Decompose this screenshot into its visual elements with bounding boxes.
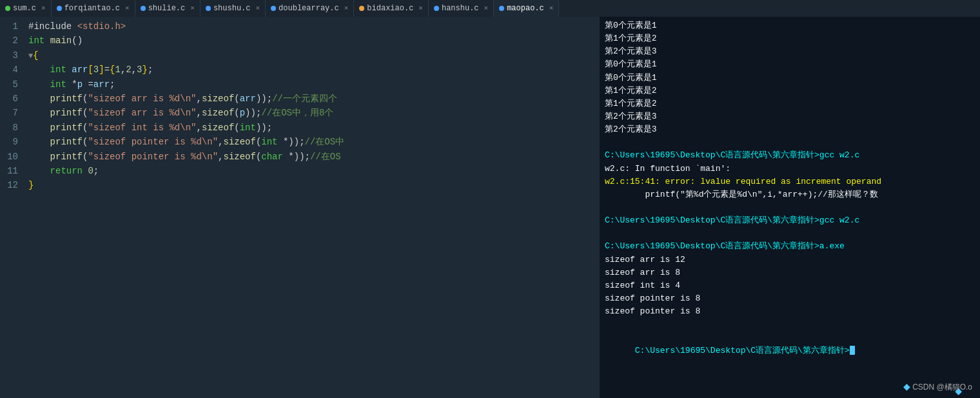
term-line-14: printf("第%d个元素是%d\n",i,*arr++);//那这样呢？数 (605, 188, 975, 201)
line-num-2: 2 (0, 34, 18, 48)
main-area: 1 2 3 4 5 6 7 8 9 10 11 12 #include <std… (0, 17, 980, 398)
code-line-9: printf("sizeof pointer is %d\n",sizeof(i… (28, 135, 600, 149)
term-line-15 (605, 201, 975, 214)
tab-close-forqiantao[interactable]: × (125, 5, 130, 12)
code-line-8: printf("sizeof int is %d\n",sizeof(int))… (28, 121, 600, 135)
term-line-3: 第2个元素是3 (605, 45, 975, 58)
terminal-cursor (850, 346, 855, 355)
term-line-2: 第1个元素是2 (605, 32, 975, 45)
term-line-25: C:\Users\19695\Desktop\C语言源代码\第六章指针> (605, 331, 975, 370)
watermark-icon: ◆ (903, 381, 910, 392)
term-line-13: w2.c:15:41: error: lvalue required as in… (605, 175, 975, 188)
line-num-6: 6 (0, 92, 18, 106)
term-line-11: C:\Users\19695\Desktop\C语言源代码\第六章指针>gcc … (605, 149, 975, 162)
tab-label-bidaxiao: bidaxiao.c (367, 4, 413, 13)
line-num-8: 8 (0, 121, 18, 135)
line-num-10: 10 (0, 150, 18, 164)
tab-close-shulie[interactable]: × (190, 5, 195, 12)
tab-close-shushu[interactable]: × (255, 5, 260, 12)
tab-dot-sum (5, 6, 10, 11)
code-line-2: int main() (28, 34, 600, 48)
term-prompt: C:\Users\19695\Desktop\C语言源代码\第六章指针> (635, 346, 850, 355)
code-line-3: ▼{ (28, 48, 600, 63)
line-num-4: 4 (0, 63, 18, 77)
tab-maopao[interactable]: maopao.c × (494, 0, 559, 17)
term-line-20: sizeof arr is 8 (605, 266, 975, 279)
tab-dot-shushu (206, 6, 211, 11)
tab-dot-shulie (141, 6, 146, 11)
term-line-12: w2.c: In function `main': (605, 163, 975, 175)
tab-doublearray[interactable]: doublearray.c × (266, 0, 354, 17)
tab-label-maopao: maopao.c (507, 4, 544, 13)
tab-dot-maopao (499, 6, 504, 11)
code-line-10: printf("sizeof pointer is %d\n",sizeof(c… (28, 150, 600, 164)
term-line-19: sizeof arr is 12 (605, 254, 975, 266)
tab-label-forqiantao: forqiantao.c (64, 4, 120, 13)
term-line-24 (605, 318, 975, 331)
line-num-5: 5 (0, 77, 18, 92)
watermark: ◆ CSDN @橘猫O.o (903, 381, 972, 393)
code-line-11: return 0; (28, 164, 600, 178)
tab-close-doublearray[interactable]: × (344, 5, 349, 12)
line-num-3: 3 (0, 48, 18, 63)
term-line-22: sizeof pointer is 8 (605, 292, 975, 305)
tab-close-sum[interactable]: × (41, 5, 46, 12)
line-num-1: 1 (0, 19, 18, 34)
tab-dot-doublearray (271, 6, 276, 11)
term-line-6: 第1个元素是2 (605, 85, 975, 97)
code-line-6: printf("sizeof arr is %d\n",sizeof(arr))… (28, 92, 600, 106)
tab-shulie[interactable]: shulie.c × (135, 0, 201, 17)
tab-dot-hanshu (434, 6, 439, 11)
term-line-7: 第1个元素是2 (605, 97, 975, 110)
tab-bidaxiao[interactable]: bidaxiao.c × (354, 0, 429, 17)
tab-label-doublearray: doublearray.c (279, 4, 339, 13)
tab-close-hanshu[interactable]: × (484, 5, 489, 12)
tab-hanshu[interactable]: hanshu.c × (429, 0, 494, 17)
tab-label-shushu: shushu.c (213, 4, 251, 13)
tab-label-hanshu: hanshu.c (442, 4, 479, 13)
code-line-1: #include <stdio.h> (28, 19, 600, 34)
term-line-5: 第0个元素是1 (605, 72, 975, 85)
term-line-16: C:\Users\19695\Desktop\C语言源代码\第六章指针>gcc … (605, 214, 975, 227)
code-line-7: printf("sizeof arr is %d\n",sizeof(p));/… (28, 106, 600, 120)
code-panel: 1 2 3 4 5 6 7 8 9 10 11 12 #include <std… (0, 17, 600, 398)
term-line-8: 第2个元素是3 (605, 110, 975, 123)
line-num-11: 11 (0, 164, 18, 178)
terminal-panel[interactable]: 第0个元素是1 第1个元素是2 第2个元素是3 第0个元素是1 第0个元素是1 … (600, 17, 980, 398)
tab-shushu[interactable]: shushu.c × (201, 0, 266, 17)
tab-sum[interactable]: sum.c × (0, 0, 52, 17)
tab-close-bidaxiao[interactable]: × (418, 5, 423, 12)
tab-label-sum: sum.c (13, 4, 36, 13)
term-line-10 (605, 136, 975, 149)
term-line-21: sizeof int is 4 (605, 279, 975, 292)
line-num-12: 12 (0, 178, 18, 192)
line-num-9: 9 (0, 135, 18, 149)
tab-dot-forqiantao (57, 6, 62, 11)
code-content: 1 2 3 4 5 6 7 8 9 10 11 12 #include <std… (0, 17, 600, 398)
term-line-23: sizeof pointer is 8 (605, 305, 975, 318)
term-line-1: 第0个元素是1 (605, 19, 975, 32)
term-line-18: C:\Users\19695\Desktop\C语言源代码\第六章指针>a.ex… (605, 240, 975, 253)
tab-bar: sum.c × forqiantao.c × shulie.c × shushu… (0, 0, 980, 17)
term-line-9: 第2个元素是3 (605, 123, 975, 136)
term-line-4: 第0个元素是1 (605, 58, 975, 71)
code-line-12: } (28, 178, 600, 192)
tab-label-shulie: shulie.c (148, 4, 186, 13)
code-editor[interactable]: #include <stdio.h> int main() ▼{ int arr… (23, 17, 600, 398)
tab-close-maopao[interactable]: × (549, 5, 554, 12)
code-line-4: int arr[3]={1,2,3}; (28, 63, 600, 77)
term-line-17 (605, 227, 975, 240)
tab-forqiantao[interactable]: forqiantao.c × (52, 0, 135, 17)
code-line-5: int *p =arr; (28, 77, 600, 92)
tab-dot-bidaxiao (359, 6, 364, 11)
line-num-7: 7 (0, 106, 18, 120)
line-numbers: 1 2 3 4 5 6 7 8 9 10 11 12 (0, 17, 23, 398)
watermark-text: CSDN @橘猫O.o (912, 383, 972, 392)
